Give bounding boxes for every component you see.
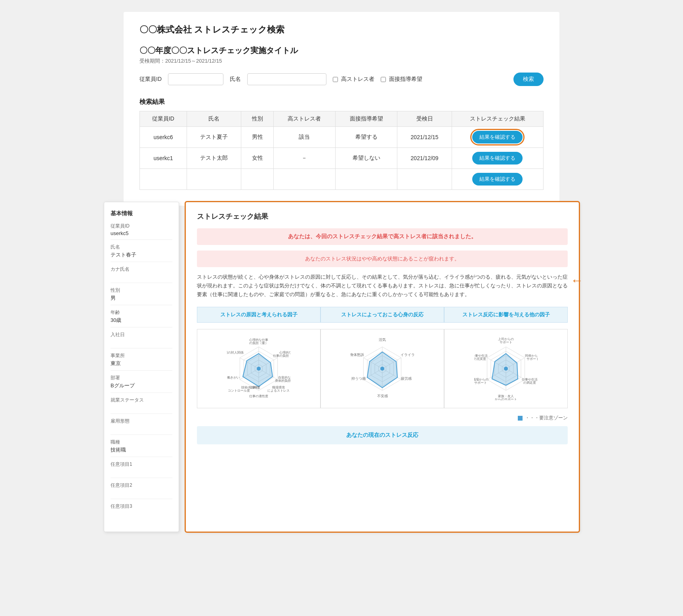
col2-header: ストレスによっておこる心身の反応 bbox=[321, 307, 444, 323]
description-text: ストレスの状態が続くと、心や身体がストレスの原因に対して反応し、その結果として、… bbox=[197, 273, 568, 299]
col-name: 氏名 bbox=[187, 111, 241, 127]
result-confirm-button[interactable]: 結果を確認する bbox=[472, 152, 523, 165]
col1-header: ストレスの原因と考えられる因子 bbox=[197, 307, 321, 323]
sidebar-field-label: 年齢 bbox=[111, 309, 172, 316]
table-row: userkc6テスト夏子男性該当希望する2021/12/15結果を確認する bbox=[140, 127, 544, 148]
sidebar-field-value: userkc5 bbox=[111, 230, 172, 240]
sidebar-field-label: 氏名 bbox=[111, 244, 172, 251]
sidebar-field-value bbox=[111, 511, 172, 520]
result-confirm-button[interactable]: 結果を確認する bbox=[472, 173, 523, 186]
svg-point-12 bbox=[257, 367, 261, 371]
svg-text:コントロール度: コントロール度 bbox=[228, 389, 250, 392]
orange-arrow-icon: ← bbox=[570, 273, 583, 288]
search-button[interactable]: 検索 bbox=[513, 73, 544, 86]
name-input[interactable] bbox=[247, 73, 326, 85]
sidebar-field-value: 東京 bbox=[111, 360, 172, 371]
table-row: userkc1テスト太郎女性－希望しない2021/12/09結果を確認する bbox=[140, 148, 544, 169]
col-interview: 面接指導希望 bbox=[336, 111, 397, 127]
svg-text:身体的負担度: 身体的負担度 bbox=[275, 379, 290, 383]
svg-text:からのサポート: からのサポート bbox=[495, 398, 517, 400]
three-cols-headers: ストレスの原因と考えられる因子 ストレスによっておこる心身の反応 ストレス反応に… bbox=[197, 307, 568, 323]
cell-employee-id: userkc1 bbox=[140, 148, 187, 169]
sidebar-field-value bbox=[111, 469, 172, 478]
sidebar-field-label: 事業所 bbox=[111, 352, 172, 359]
cell-gender bbox=[241, 169, 273, 190]
cell-interview: 希望しない bbox=[336, 148, 397, 169]
result-panel-title: ストレスチェック結果 bbox=[197, 212, 568, 221]
legend-row: ・・・要注意ゾーン bbox=[197, 415, 568, 421]
sidebar-field-label: 部署 bbox=[111, 375, 172, 381]
high-stress-label: 高ストレス者 bbox=[341, 76, 374, 83]
sidebar-field-value: テスト春子 bbox=[111, 251, 172, 262]
sidebar-field-value bbox=[111, 425, 172, 435]
svg-text:不安感: 不安感 bbox=[377, 394, 388, 398]
sidebar-field-label: 職種 bbox=[111, 439, 172, 446]
legend-label: ・・・要注意ゾーン bbox=[525, 415, 568, 421]
legend-dot bbox=[518, 416, 523, 421]
name-label: 氏名 bbox=[230, 76, 241, 83]
results-table-wrapper: 従業員ID 氏名 性別 高ストレス者 面接指導希望 受検日 ストレスチェック結果… bbox=[139, 111, 544, 190]
chart3: 上司からの サポート 同僚からの サポート 仕事や生活 の満足度 家族・友人 か… bbox=[444, 329, 568, 408]
col-gender: 性別 bbox=[241, 111, 273, 127]
stress-response-bar: あなたの現在のストレス反応 bbox=[197, 426, 568, 444]
sidebar-field-value bbox=[111, 490, 172, 499]
results-table: 従業員ID 氏名 性別 高ストレス者 面接指導希望 受検日 ストレスチェック結果… bbox=[139, 111, 544, 190]
high-stress-checkbox-group: 高ストレス者 bbox=[333, 76, 374, 83]
page-title: 〇〇株式会社 ストレスチェック検索 bbox=[139, 24, 544, 36]
svg-text:仕事の負担（質）: 仕事の負担（質） bbox=[273, 354, 290, 358]
sidebar-field-value bbox=[111, 274, 172, 283]
alert-secondary: あなたのストレス状況はやや高めな状態にあることが窺われます。 bbox=[197, 251, 568, 267]
check-title: 〇〇年度〇〇ストレスチェック実施タイトル bbox=[139, 45, 544, 56]
svg-point-58 bbox=[504, 367, 508, 371]
svg-text:働きがい: 働きがい bbox=[227, 376, 240, 379]
cell-name: テスト夏子 bbox=[187, 127, 241, 148]
cell-exam-date: 2021/12/15 bbox=[397, 127, 452, 148]
svg-text:技術の活用度: 技術の活用度 bbox=[241, 386, 260, 389]
sidebar-field-value: 30歳 bbox=[111, 317, 172, 327]
interview-label: 面接指導希望 bbox=[389, 76, 422, 83]
col-employee-id: 従業員ID bbox=[140, 111, 187, 127]
cell-name bbox=[187, 169, 241, 190]
svg-text:サポート: サポート bbox=[474, 381, 487, 385]
svg-text:イライラ感: イライラ感 bbox=[401, 353, 414, 357]
sidebar-field-value: Bグループ bbox=[111, 382, 172, 393]
sidebar-field-label: 雇用形態 bbox=[111, 418, 172, 425]
chart1: 心理的な仕事 の負担（量） 心理的な 仕事の負担（質） 自覚的な 身体的負担度 … bbox=[197, 329, 321, 408]
three-cols-charts: 心理的な仕事 の負担（量） 心理的な 仕事の負担（質） 自覚的な 身体的負担度 … bbox=[197, 329, 568, 408]
sidebar-section-title: 基本情報 bbox=[111, 210, 172, 217]
interview-checkbox-group: 面接指導希望 bbox=[381, 76, 422, 83]
cell-interview: 希望する bbox=[336, 127, 397, 148]
cell-high-stress: － bbox=[273, 148, 335, 169]
cell-name: テスト太郎 bbox=[187, 148, 241, 169]
sidebar-field-label: 入社日 bbox=[111, 331, 172, 338]
sidebar-field-label: 従業員ID bbox=[111, 223, 172, 230]
cell-exam-date: 2021/12/09 bbox=[397, 148, 452, 169]
sidebar-field-label: 任意項目1 bbox=[111, 461, 172, 468]
cell-gender: 男性 bbox=[241, 127, 273, 148]
result-detail-panel: ストレスチェック結果 あなたは、今回のストレスチェック結果で高ストレス者に該当さ… bbox=[185, 202, 579, 532]
sidebar-field-value bbox=[111, 339, 172, 348]
svg-point-39 bbox=[380, 367, 384, 371]
high-stress-checkbox[interactable] bbox=[333, 77, 338, 82]
check-period: 受検期間：2021/12/15～2021/12/15 bbox=[139, 57, 544, 65]
result-confirm-button[interactable]: 結果を確認する bbox=[472, 131, 523, 143]
svg-text:の満足度: の満足度 bbox=[523, 381, 536, 385]
svg-text:職場の対人関係: 職場の対人関係 bbox=[227, 351, 244, 354]
cell-exam-date bbox=[397, 169, 452, 190]
results-label: 検索結果 bbox=[139, 98, 544, 106]
table-row: 結果を確認する bbox=[140, 169, 544, 190]
cell-high-stress bbox=[273, 169, 335, 190]
svg-text:サポート: サポート bbox=[500, 341, 512, 344]
cell-result-btn: 結果を確認する bbox=[452, 169, 543, 190]
cell-result-btn: 結果を確認する bbox=[452, 127, 543, 148]
sidebar-panel: 基本情報 従業員IDuserkc5氏名テスト春子カナ氏名 性別男年齢30歳入社日… bbox=[104, 202, 179, 532]
col3-header: ストレス反応に影響を与える他の因子 bbox=[444, 307, 568, 323]
cell-employee-id bbox=[140, 169, 187, 190]
sidebar-field-value bbox=[111, 404, 172, 414]
sidebar-field-value: 男 bbox=[111, 295, 172, 305]
svg-text:疲労感: 疲労感 bbox=[401, 377, 412, 381]
svg-text:抑うつ感: 抑うつ感 bbox=[351, 377, 366, 381]
interview-checkbox[interactable] bbox=[381, 77, 386, 82]
employee-id-input[interactable] bbox=[168, 73, 223, 85]
svg-text:活気: 活気 bbox=[379, 338, 386, 342]
